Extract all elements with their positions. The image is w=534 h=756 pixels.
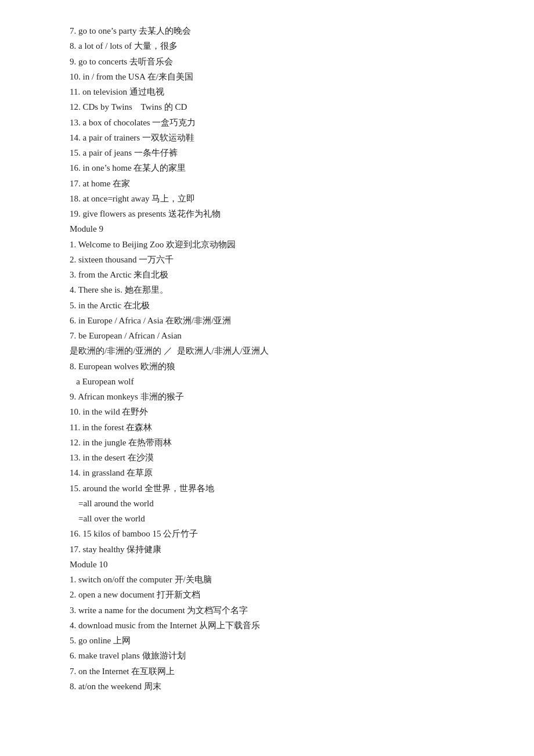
- text-line-36: 1. switch on/off the computer 开/关电脑: [70, 572, 499, 587]
- text-line-2: 9. go to concerts 去听音乐会: [70, 54, 499, 69]
- text-line-22: 8. European wolves 欧洲的狼: [70, 359, 499, 374]
- text-line-26: 11. in the forest 在森林: [70, 420, 499, 435]
- text-line-24: 9. African monkeys 非洲的猴子: [70, 389, 499, 404]
- main-content: 7. go to one’s party 去某人的晚会8. a lot of /…: [70, 23, 499, 694]
- text-line-10: 17. at home 在家: [70, 176, 499, 191]
- text-line-6: 13. a box of chocolates 一盒巧克力: [70, 115, 499, 130]
- text-line-23: a European wolf: [70, 374, 499, 389]
- text-line-42: 7. on the Internet 在互联网上: [70, 664, 499, 679]
- text-line-12: 19. give flowers as presents 送花作为礼物: [70, 206, 499, 221]
- text-line-31: =all around the world: [70, 496, 499, 511]
- text-line-41: 6. make travel plans 做旅游计划: [70, 648, 499, 663]
- text-line-19: 6. in Europe / Africa / Asia 在欧洲/非洲/亚洲: [70, 313, 499, 328]
- text-line-30: 15. around the world 全世界，世界各地: [70, 481, 499, 496]
- text-line-28: 13. in the desert 在沙漠: [70, 450, 499, 465]
- text-line-16: 3. from the Arctic 来自北极: [70, 267, 499, 282]
- text-line-38: 3. write a name for the document 为文档写个名字: [70, 603, 499, 618]
- text-line-27: 12. in the jungle 在热带雨林: [70, 435, 499, 450]
- text-line-39: 4. download music from the Internet 从网上下…: [70, 618, 499, 633]
- text-line-20: 7. be European / African / Asian: [70, 328, 499, 343]
- text-line-21: 是欧洲的/非洲的/亚洲的 ／ 是欧洲人/非洲人/亚洲人: [70, 343, 499, 358]
- text-line-35: Module 10: [70, 557, 499, 572]
- text-line-9: 16. in one’s home 在某人的家里: [70, 160, 499, 175]
- text-line-8: 15. a pair of jeans 一条牛仔裤: [70, 145, 499, 160]
- text-line-15: 2. sixteen thousand 一万六千: [70, 252, 499, 267]
- text-line-4: 11. on television 通过电视: [70, 84, 499, 99]
- text-line-34: 17. stay healthy 保持健康: [70, 542, 499, 557]
- text-line-43: 8. at/on the weekend 周末: [70, 679, 499, 694]
- text-line-17: 4. There she is. 她在那里。: [70, 282, 499, 297]
- text-line-11: 18. at once=right away 马上，立即: [70, 191, 499, 206]
- text-line-1: 8. a lot of / lots of 大量，很多: [70, 38, 499, 53]
- text-line-3: 10. in / from the USA 在/来自美国: [70, 69, 499, 84]
- text-line-29: 14. in grassland 在草原: [70, 465, 499, 480]
- text-line-7: 14. a pair of trainers 一双软运动鞋: [70, 130, 499, 145]
- text-line-0: 7. go to one’s party 去某人的晚会: [70, 23, 499, 38]
- text-line-37: 2. open a new document 打开新文档: [70, 587, 499, 602]
- text-line-33: 16. 15 kilos of bamboo 15 公斤竹子: [70, 526, 499, 541]
- text-line-18: 5. in the Arctic 在北极: [70, 298, 499, 313]
- text-line-14: 1. Welcome to Beijing Zoo 欢迎到北京动物园: [70, 237, 499, 252]
- text-line-5: 12. CDs by Twins Twins 的 CD: [70, 99, 499, 114]
- text-line-40: 5. go online 上网: [70, 633, 499, 648]
- text-line-13: Module 9: [70, 221, 499, 236]
- text-line-32: =all over the world: [70, 511, 499, 526]
- text-line-25: 10. in the wild 在野外: [70, 404, 499, 419]
